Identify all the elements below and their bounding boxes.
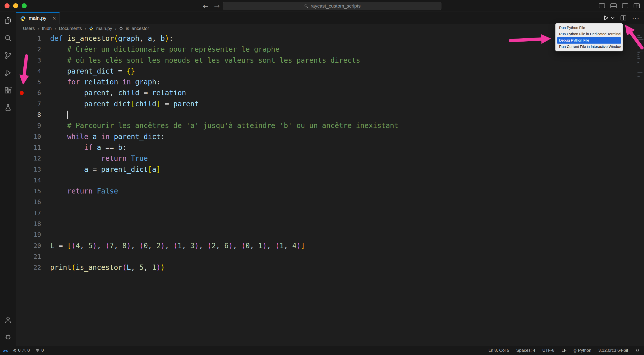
line-number[interactable]: 2 xyxy=(27,44,41,55)
code-line[interactable]: 11 if a == b: xyxy=(16,142,644,153)
code-line-text[interactable]: for relation in graph: xyxy=(50,77,160,87)
code-line[interactable]: 8 xyxy=(16,109,644,120)
code-line[interactable]: 4 parent_dict = {} xyxy=(16,66,644,77)
back-arrow-icon[interactable]: ← xyxy=(203,2,209,10)
line-number[interactable]: 20 xyxy=(27,240,41,251)
gutter-glyph-margin[interactable] xyxy=(16,142,27,153)
forward-arrow-icon[interactable]: → xyxy=(214,2,220,10)
customize-layout-icon[interactable] xyxy=(633,2,640,10)
code-line-text[interactable]: L = [(4, 5), (7, 8), (0, 2), (1, 3), (2,… xyxy=(50,240,305,251)
gutter-glyph-margin[interactable] xyxy=(16,164,27,175)
code-line[interactable]: 1def is_ancestor(graph, a, b): xyxy=(16,33,644,44)
gutter-glyph-margin[interactable] xyxy=(16,251,27,262)
gutter-glyph-margin[interactable] xyxy=(16,186,27,197)
code-line-text[interactable]: parent, child = relation xyxy=(50,87,186,98)
code-line[interactable]: 3 # où les clés sont les noeuds et les v… xyxy=(16,55,644,66)
code-line[interactable]: 5 for relation in graph: xyxy=(16,77,644,87)
line-number[interactable]: 6 xyxy=(27,87,41,98)
line-number[interactable]: 11 xyxy=(27,142,41,153)
split-editor-icon[interactable] xyxy=(620,14,627,21)
gutter-glyph-margin[interactable] xyxy=(16,120,27,131)
line-number[interactable]: 21 xyxy=(27,251,41,262)
sidebar-item-accounts[interactable] xyxy=(0,311,16,328)
line-number[interactable]: 5 xyxy=(27,77,41,87)
tab-main-py[interactable]: main.py × xyxy=(16,12,60,24)
code-line[interactable]: 21 xyxy=(16,251,644,262)
sidebar-item-testing[interactable] xyxy=(0,99,16,116)
code-line[interactable]: 18 xyxy=(16,218,644,229)
code-line-text[interactable]: parent_dict = {} xyxy=(50,66,135,77)
close-window-button[interactable] xyxy=(5,3,10,8)
line-number[interactable]: 17 xyxy=(27,208,41,218)
code-line[interactable]: 15 return False xyxy=(16,186,644,197)
breadcrumb-item[interactable]: is_ancestor xyxy=(126,26,149,31)
code-line[interactable]: 6 parent, child = relation xyxy=(16,87,644,98)
code-editor[interactable]: 1def is_ancestor(graph, a, b):2 # Créer … xyxy=(16,33,644,346)
code-line[interactable]: 2 # Créer un dictionnaire pour représent… xyxy=(16,44,644,55)
run-menu-item[interactable]: Run Python File xyxy=(557,25,621,31)
line-number[interactable]: 16 xyxy=(27,197,41,207)
line-number[interactable]: 19 xyxy=(27,229,41,240)
gutter-glyph-margin[interactable] xyxy=(16,77,27,87)
toggle-secondary-sidebar-icon[interactable] xyxy=(621,2,629,10)
cursor-position[interactable]: Ln 8, Col 5 xyxy=(489,348,509,353)
code-line-text[interactable]: parent_dict[child] = parent xyxy=(50,99,199,109)
code-line-text[interactable]: # où les clés sont les noeuds et les val… xyxy=(50,55,360,66)
gutter-glyph-margin[interactable] xyxy=(16,153,27,164)
breakpoint-dot[interactable] xyxy=(20,91,24,95)
run-dropdown-chevron-icon[interactable] xyxy=(611,17,615,19)
indentation[interactable]: Spaces: 4 xyxy=(516,348,535,353)
gutter-glyph-margin[interactable] xyxy=(16,175,27,186)
minimap[interactable] xyxy=(637,33,643,346)
line-number[interactable]: 12 xyxy=(27,153,41,164)
gutter-glyph-margin[interactable] xyxy=(16,197,27,207)
gutter-glyph-margin[interactable] xyxy=(16,262,27,273)
code-line-text[interactable]: return True xyxy=(50,153,148,164)
breadcrumb-item[interactable]: thibh xyxy=(42,26,52,31)
tab-close-icon[interactable]: × xyxy=(52,15,56,21)
line-number[interactable]: 7 xyxy=(27,99,41,109)
gutter-glyph-margin[interactable] xyxy=(16,87,27,98)
code-line[interactable]: 19 xyxy=(16,229,644,240)
more-actions-icon[interactable]: ⋯ xyxy=(632,14,639,22)
line-number[interactable]: 13 xyxy=(27,164,41,175)
eol-selector[interactable]: LF xyxy=(562,348,567,353)
gutter-glyph-margin[interactable] xyxy=(16,131,27,142)
gutter-glyph-margin[interactable] xyxy=(16,218,27,229)
zoom-window-button[interactable] xyxy=(22,3,27,8)
sidebar-item-source-control[interactable] xyxy=(0,47,16,64)
breadcrumb-item[interactable]: Users xyxy=(23,26,35,31)
problems-indicator[interactable]: ⊗ 0 ⚠ 0 xyxy=(13,348,30,353)
code-line-text[interactable]: a = parent_dict[a] xyxy=(50,164,160,175)
sidebar-item-run-debug[interactable] xyxy=(0,64,16,81)
gutter-glyph-margin[interactable] xyxy=(16,240,27,251)
code-line-text[interactable]: # Créer un dictionnaire pour représenter… xyxy=(50,44,279,55)
code-line[interactable]: 17 xyxy=(16,208,644,218)
remote-indicator[interactable]: >< xyxy=(3,348,8,353)
line-number[interactable]: 3 xyxy=(27,55,41,66)
code-line[interactable]: 10 while a in parent_dict: xyxy=(16,131,644,142)
run-menu-item[interactable]: Run Python File in Dedicated Terminal xyxy=(557,31,621,37)
sidebar-item-explorer[interactable] xyxy=(0,12,16,29)
breadcrumb-item[interactable]: Documents xyxy=(59,26,82,31)
code-line-text[interactable]: # Parcourir les ancêtres de 'a' jusqu'à … xyxy=(50,120,398,131)
gutter-glyph-margin[interactable] xyxy=(16,229,27,240)
notifications-bell-icon[interactable] xyxy=(635,348,640,353)
code-line[interactable]: 14 xyxy=(16,175,644,186)
sidebar-item-extensions[interactable] xyxy=(0,81,16,99)
run-python-file-button[interactable] xyxy=(602,14,609,22)
code-line-text[interactable]: print(is_ancestor(L, 5, 1)) xyxy=(50,262,165,273)
gutter-glyph-margin[interactable] xyxy=(16,208,27,218)
toggle-primary-sidebar-icon[interactable] xyxy=(598,2,606,10)
line-number[interactable]: 22 xyxy=(27,262,41,273)
line-number[interactable]: 18 xyxy=(27,218,41,229)
encoding[interactable]: UTF-8 xyxy=(542,348,555,353)
sidebar-item-search[interactable] xyxy=(0,29,16,47)
minimize-window-button[interactable] xyxy=(13,3,18,8)
code-line-text[interactable]: def is_ancestor(graph, a, b): xyxy=(50,33,173,44)
line-number[interactable]: 14 xyxy=(27,175,41,186)
run-menu-item[interactable]: Run Current File in Interactive Window xyxy=(557,44,621,50)
code-line[interactable]: 13 a = parent_dict[a] xyxy=(16,164,644,175)
gutter-glyph-margin[interactable] xyxy=(16,99,27,109)
code-line[interactable]: 12 return True xyxy=(16,153,644,164)
